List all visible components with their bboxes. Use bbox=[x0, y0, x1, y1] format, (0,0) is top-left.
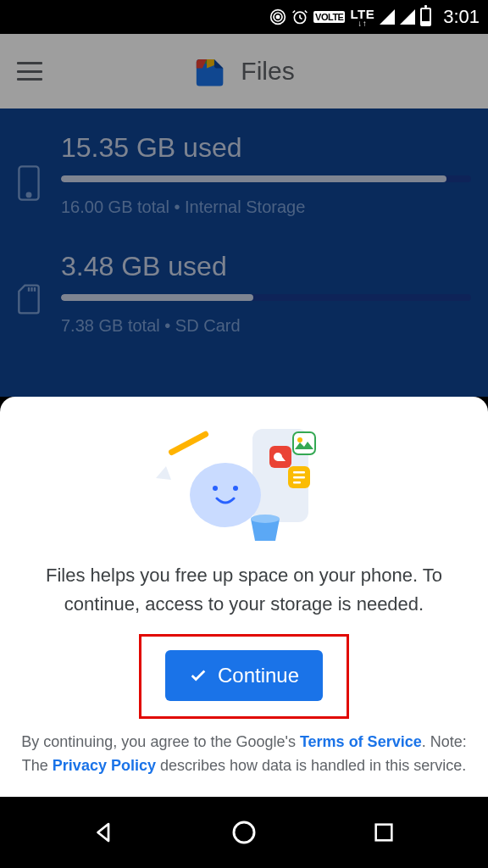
storage-overview: 15.35 GB used 16.00 GB total • Internal … bbox=[0, 108, 488, 397]
sd-used-label: 3.48 GB used bbox=[61, 251, 471, 282]
terms-link[interactable]: Terms of Service bbox=[300, 733, 422, 750]
svg-rect-10 bbox=[168, 431, 209, 457]
cleanup-illustration bbox=[20, 419, 468, 546]
svg-point-11 bbox=[251, 515, 280, 523]
svg-point-14 bbox=[297, 437, 302, 442]
continue-button-label: Continue bbox=[218, 664, 299, 687]
app-title: Files bbox=[241, 57, 294, 86]
hotspot-icon bbox=[269, 8, 286, 25]
phone-icon bbox=[17, 164, 42, 205]
internal-progress-bar bbox=[61, 175, 471, 182]
recents-button[interactable] bbox=[367, 815, 401, 849]
internal-used-label: 15.35 GB used bbox=[61, 132, 471, 164]
svg-point-5 bbox=[27, 193, 31, 198]
files-app-logo-icon bbox=[193, 53, 229, 89]
sd-progress-bar bbox=[61, 294, 471, 301]
sd-sub-label: 7.38 GB total • SD Card bbox=[61, 316, 471, 336]
alarm-icon bbox=[291, 8, 308, 25]
permission-sheet: Files helps you free up space on your ph… bbox=[0, 397, 488, 797]
status-clock: 3:01 bbox=[443, 6, 480, 28]
menu-button[interactable] bbox=[17, 62, 42, 81]
svg-point-9 bbox=[233, 486, 238, 491]
svg-point-19 bbox=[234, 822, 254, 843]
svg-point-0 bbox=[276, 15, 279, 18]
internal-sub-label: 16.00 GB total • Internal Storage bbox=[61, 198, 471, 217]
sd-progress-fill bbox=[61, 294, 253, 301]
back-button[interactable] bbox=[87, 815, 121, 849]
highlighted-region: Continue bbox=[139, 634, 349, 719]
home-button[interactable] bbox=[227, 815, 261, 849]
svg-rect-20 bbox=[376, 825, 392, 841]
legal-text: By continuing, you agree to the Google's… bbox=[20, 731, 468, 778]
network-type: LTE↓↑ bbox=[350, 8, 374, 27]
app-header: Files bbox=[0, 34, 488, 108]
sd-card-icon bbox=[17, 283, 42, 319]
svg-rect-17 bbox=[293, 476, 305, 479]
storage-sd[interactable]: 3.48 GB used 7.38 GB total • SD Card bbox=[17, 251, 471, 336]
privacy-link[interactable]: Privacy Policy bbox=[53, 757, 156, 774]
svg-rect-18 bbox=[293, 481, 301, 484]
check-icon bbox=[189, 666, 208, 685]
continue-button[interactable]: Continue bbox=[165, 650, 323, 701]
status-bar: VOLTE LTE↓↑ 3:01 bbox=[0, 0, 488, 34]
storage-internal[interactable]: 15.35 GB used 16.00 GB total • Internal … bbox=[17, 132, 471, 217]
svg-point-7 bbox=[190, 463, 261, 527]
signal-sim1-icon bbox=[380, 9, 395, 25]
signal-sim2-icon bbox=[400, 9, 415, 25]
svg-point-8 bbox=[213, 486, 218, 491]
battery-icon bbox=[420, 8, 431, 26]
svg-rect-16 bbox=[293, 471, 305, 474]
permission-message: Files helps you free up space on your ph… bbox=[20, 561, 468, 619]
volte-badge: VOLTE bbox=[313, 11, 345, 23]
android-nav-bar bbox=[0, 797, 488, 868]
internal-progress-fill bbox=[61, 175, 446, 182]
svg-rect-13 bbox=[293, 432, 315, 454]
